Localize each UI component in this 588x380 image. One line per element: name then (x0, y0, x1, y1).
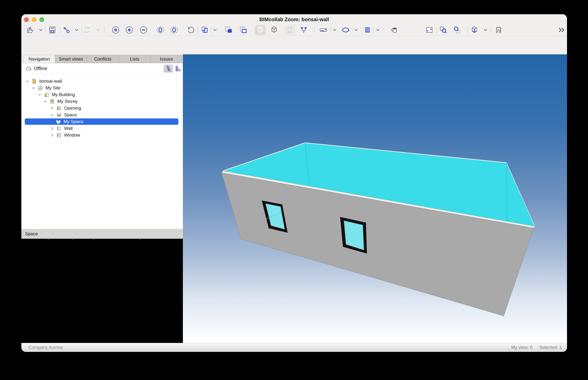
close-window-button[interactable] (24, 17, 29, 22)
select-rect-dashed-button[interactable] (238, 25, 248, 35)
list-view-toggle[interactable] (173, 65, 183, 73)
hide-box-button[interactable] (269, 25, 279, 35)
title-bar[interactable]: BIMcollab Zoom: bonsai-wall (21, 14, 567, 24)
halo-dashed-icon (170, 26, 178, 34)
chevron-down-icon (332, 27, 338, 33)
sync-menu-button[interactable] (93, 25, 103, 35)
section-box-menu-button[interactable] (480, 25, 491, 35)
show-equal-button[interactable] (110, 25, 121, 35)
copy-group-icon (200, 26, 209, 34)
section-box-button[interactable] (469, 25, 480, 35)
save-icon (48, 26, 57, 34)
expander-icon[interactable] (24, 78, 30, 84)
tree-item-my-space[interactable]: My Space (21, 118, 183, 125)
desktop: { "window": { "title": "BIMcollab Zoom: … (0, 0, 588, 380)
status-bar: Company license My view: 0 Selected: 1 (21, 343, 567, 352)
site-icon (38, 85, 43, 91)
cloud-icon (25, 65, 32, 72)
ruler-menu-button[interactable] (329, 25, 340, 35)
highlight-dotted-button[interactable] (155, 25, 166, 35)
expander-icon[interactable] (49, 112, 55, 117)
column-divider (48, 239, 48, 240)
tree-item-bonsai-wall[interactable]: bonsai-wall (21, 78, 183, 84)
chevron-down-icon (38, 27, 44, 33)
save-button[interactable] (47, 25, 57, 35)
tab-label: Smart views (59, 57, 83, 62)
connection-row: Offline (21, 63, 183, 74)
toolbar-separator (314, 26, 315, 34)
open-file-button[interactable] (25, 25, 36, 35)
measure-button[interactable] (299, 25, 309, 35)
scene-canvas[interactable] (183, 54, 567, 343)
expander-icon[interactable] (37, 92, 42, 97)
maximize-window-button[interactable] (39, 17, 44, 22)
link-model-menu-button[interactable] (71, 25, 82, 35)
tab-conflicts[interactable]: Conflicts (87, 55, 119, 63)
model-file-icon (31, 78, 37, 84)
toolbar-separator (384, 26, 384, 34)
fit-view-icon (425, 26, 434, 34)
select-rect-dotted-button[interactable] (224, 25, 234, 35)
tab-issues[interactable]: Issues (151, 55, 183, 63)
chevron-down-icon (482, 27, 489, 33)
zoom-window-button[interactable] (438, 25, 449, 35)
tree-item-my-storey[interactable]: My Storey (21, 98, 183, 105)
expander-icon[interactable] (31, 85, 36, 91)
tree-view-toggle[interactable] (164, 65, 173, 73)
zoom-selection-icon (453, 26, 461, 34)
minimize-window-button[interactable] (32, 17, 37, 22)
expander-icon[interactable] (49, 106, 55, 111)
copy-group-button[interactable] (199, 25, 210, 35)
show-less-button[interactable] (138, 25, 149, 35)
paint-bucket-button[interactable] (389, 25, 400, 35)
selected-count: Selected: 1 (539, 343, 562, 352)
more-tools-button[interactable] (556, 25, 567, 35)
undo-button[interactable] (186, 25, 196, 35)
tree-item-window[interactable]: Window (21, 132, 183, 138)
isolate-button[interactable] (255, 25, 266, 35)
expander-icon[interactable] (42, 99, 48, 104)
ellipse-menu-button[interactable] (351, 25, 361, 35)
tree-item-wall[interactable]: Wall (21, 125, 183, 132)
toolbar-separator (467, 26, 468, 34)
tree-item-label: My Space (63, 119, 84, 124)
tab-navigation[interactable]: Navigation (23, 55, 55, 63)
highlight-dashed-button[interactable] (169, 25, 179, 35)
ellipse-button[interactable] (341, 25, 351, 35)
ruler-icon (319, 26, 328, 34)
space-icon (56, 112, 62, 118)
tree-item-my-site[interactable]: My Site (21, 84, 183, 91)
tree-item-label: bonsai-wall (39, 78, 62, 84)
measure-icon (300, 26, 308, 34)
storey-icon (49, 98, 55, 104)
tree-item-opening[interactable]: Opening (21, 105, 183, 112)
tree-item-my-building[interactable]: My Building (21, 91, 183, 98)
tab-lists[interactable]: Lists (119, 55, 151, 63)
fit-view-button[interactable] (424, 25, 435, 35)
show-more-button[interactable] (124, 25, 134, 35)
window-title: BIMcollab Zoom: bonsai-wall (59, 14, 530, 25)
connection-status: Offline (34, 63, 47, 74)
ruler-button[interactable] (318, 25, 329, 35)
column-divider (73, 239, 73, 240)
tree-item-space[interactable]: Space (21, 112, 183, 118)
select-rect-dashed-icon (239, 26, 247, 34)
expander-icon[interactable] (49, 133, 55, 138)
line-style-menu-button[interactable] (373, 25, 383, 35)
tab-label: Lists (130, 57, 139, 62)
open-file-menu-button[interactable] (36, 25, 46, 35)
tree-item-label: Opening (64, 106, 81, 111)
tab-smart-views[interactable]: Smart views (55, 55, 87, 63)
copy-group-menu-button[interactable] (210, 25, 220, 35)
viewport-3d[interactable] (183, 54, 567, 343)
section-plane-button[interactable] (493, 25, 504, 35)
refresh-button[interactable] (285, 25, 295, 35)
link-model-button[interactable] (61, 25, 72, 35)
circle-minus-icon (139, 26, 148, 34)
sync-button[interactable] (82, 25, 92, 35)
zoom-selection-button[interactable] (452, 25, 462, 35)
line-style-button[interactable] (362, 25, 373, 35)
circle-plus-icon (125, 26, 133, 34)
properties-panel-empty (21, 239, 183, 343)
expander-icon[interactable] (49, 126, 55, 131)
